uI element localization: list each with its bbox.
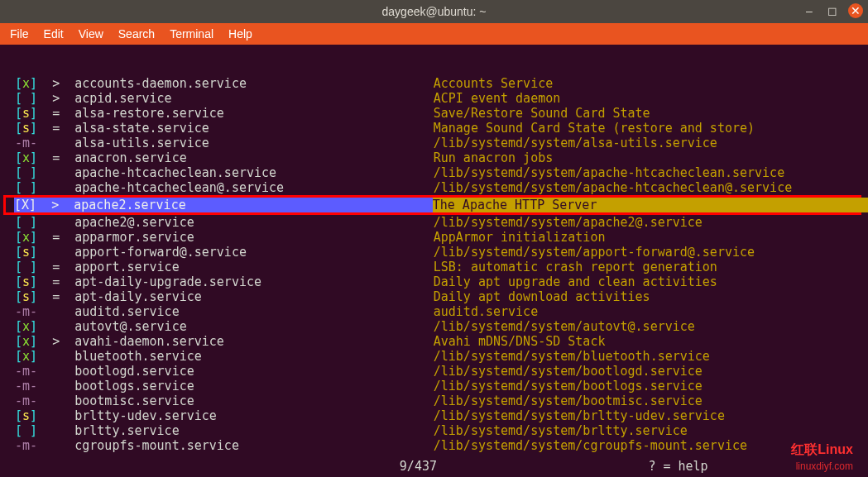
menu-view[interactable]: View [79,27,103,41]
service-name: alsa-utils.service [74,136,433,150]
menu-bar: File Edit View Search Terminal Help [0,23,868,45]
minimize-button[interactable]: – [802,3,817,18]
service-row[interactable]: [x] bluetooth.service /lib/systemd/syste… [0,349,868,364]
service-name: apache-htcacheclean@.service [74,180,433,195]
service-row[interactable]: [ ] > acpid.service ACPI event daemon [0,91,868,106]
service-name: brltty.service [74,423,433,438]
service-desc: /lib/systemd/system/brltty.service [434,423,688,438]
service-row[interactable]: [s] brltty-udev.service /lib/systemd/sys… [0,408,868,423]
service-desc: Avahi mDNS/DNS-SD Stack [434,334,606,349]
watermark-line2: linuxdiyf.com [796,460,853,472]
service-desc: Daily apt download activities [434,289,650,304]
service-row[interactable]: [ ] apache2@.service /lib/systemd/system… [0,215,868,230]
service-desc: /lib/systemd/system/bluetooth.service [434,349,710,364]
service-name: [X] > apache2.service [14,198,433,212]
service-row[interactable]: [ ] apache-htcacheclean.service /lib/sys… [0,165,868,180]
service-desc: /lib/systemd/system/bootlogs.service [434,379,703,394]
service-name: apt-daily.service [74,289,433,304]
service-desc: /lib/systemd/system/bootlogd.service [434,364,703,379]
service-row[interactable]: -m- cgroupfs-mount.service /lib/systemd/… [0,438,868,453]
service-name: alsa-restore.service [74,106,433,121]
service-desc: /lib/systemd/system/apache2@.service [434,215,703,230]
service-desc: auditd.service [434,304,538,319]
service-row[interactable]: [s] = alsa-restore.service Save/Restore … [0,106,868,121]
service-desc: /lib/systemd/system/apache-htcacheclean@… [434,180,792,195]
service-name: cgroupfs-mount.service [74,438,433,453]
service-desc: /lib/systemd/system/alsa-utils.service [434,136,717,150]
service-desc: LSB: automatic crash report generation [434,260,717,274]
terminal-area[interactable]: [x] > accounts-daemon.service Accounts S… [0,45,868,477]
service-name: bootlogs.service [74,379,433,394]
status-hint: ? = help [437,459,853,474]
maximize-button[interactable]: ◻ [825,3,840,18]
service-name: bootlogd.service [74,364,433,379]
service-desc: Manage Sound Card State (restore and sto… [434,121,755,136]
service-desc: The Apache HTTP Server [433,198,868,212]
service-desc: /lib/systemd/system/apport-forward@.serv… [434,245,755,260]
window-titlebar: daygeek@ubuntu: ~ – ◻ ✕ [0,0,868,23]
service-name: apt-daily-upgrade.service [74,274,433,289]
service-name: apport.service [74,260,433,274]
service-name: anacron.service [74,150,433,165]
service-desc: /lib/systemd/system/apache-htcacheclean.… [434,165,784,180]
service-desc: /lib/systemd/system/cgroupfs-mount.servi… [434,438,747,453]
service-row[interactable]: -m- bootmisc.service /lib/systemd/system… [0,394,868,408]
service-desc: Save/Restore Sound Card State [434,106,650,121]
service-desc: Accounts Service [434,76,554,91]
status-position: 9/437 [15,459,437,474]
service-name: avahi-daemon.service [74,334,433,349]
service-row[interactable]: [s] = apt-daily-upgrade.service Daily ap… [0,274,868,289]
service-row[interactable]: -m- bootlogd.service /lib/systemd/system… [0,364,868,379]
menu-search[interactable]: Search [118,27,155,41]
status-bar: 9/437 ? = help [0,459,868,474]
service-row[interactable]: [ ] apache-htcacheclean@.service /lib/sy… [0,180,868,195]
service-row[interactable]: [s] apport-forward@.service /lib/systemd… [0,245,868,260]
service-row[interactable]: [s] = apt-daily.service Daily apt downlo… [0,289,868,304]
window-title: daygeek@ubuntu: ~ [382,5,487,18]
service-desc: /lib/systemd/system/brltty-udev.service [434,408,725,423]
service-row[interactable]: [s] = alsa-state.service Manage Sound Ca… [0,121,868,136]
service-desc: Daily apt upgrade and clean activities [434,274,717,289]
service-name: brltty-udev.service [74,408,433,423]
watermark-line1: 红联Linux [791,441,853,459]
service-name: acpid.service [74,91,433,106]
service-row[interactable]: [x] = anacron.service Run anacron jobs [0,150,868,165]
service-name: alsa-state.service [74,121,433,136]
menu-help[interactable]: Help [228,27,252,41]
service-row[interactable]: [x] > accounts-daemon.service Accounts S… [0,76,868,91]
service-desc: /lib/systemd/system/bootmisc.service [434,394,703,408]
service-row[interactable]: [x] autovt@.service /lib/systemd/system/… [0,319,868,334]
service-name: bootmisc.service [74,394,433,408]
service-desc: AppArmor initialization [434,230,606,245]
menu-terminal[interactable]: Terminal [170,27,213,41]
service-name: bluetooth.service [74,349,433,364]
service-row[interactable]: -m- auditd.service auditd.service [0,304,868,319]
menu-edit[interactable]: Edit [44,27,64,41]
service-desc: /lib/systemd/system/autovt@.service [434,319,695,334]
service-name: apparmor.service [74,230,433,245]
service-name: apport-forward@.service [74,245,433,260]
service-name: auditd.service [74,304,433,319]
service-desc: ACPI event daemon [434,91,561,106]
service-name: accounts-daemon.service [74,76,433,91]
service-row[interactable]: [x] > avahi-daemon.service Avahi mDNS/DN… [0,334,868,349]
close-button[interactable]: ✕ [848,3,863,18]
highlighted-row[interactable]: [X] > apache2.service The Apache HTTP Se… [3,195,861,215]
service-row[interactable]: [x] = apparmor.service AppArmor initiali… [0,230,868,245]
service-row[interactable]: [ ] = apport.service LSB: automatic cras… [0,260,868,274]
menu-file[interactable]: File [10,27,29,41]
service-desc: Run anacron jobs [434,150,554,165]
service-name: apache2@.service [74,215,433,230]
service-row[interactable]: -m- alsa-utils.service /lib/systemd/syst… [0,136,868,150]
service-row[interactable]: -m- bootlogs.service /lib/systemd/system… [0,379,868,394]
service-name: autovt@.service [74,319,433,334]
service-row[interactable]: [ ] brltty.service /lib/systemd/system/b… [0,423,868,438]
service-name: apache-htcacheclean.service [74,165,433,180]
